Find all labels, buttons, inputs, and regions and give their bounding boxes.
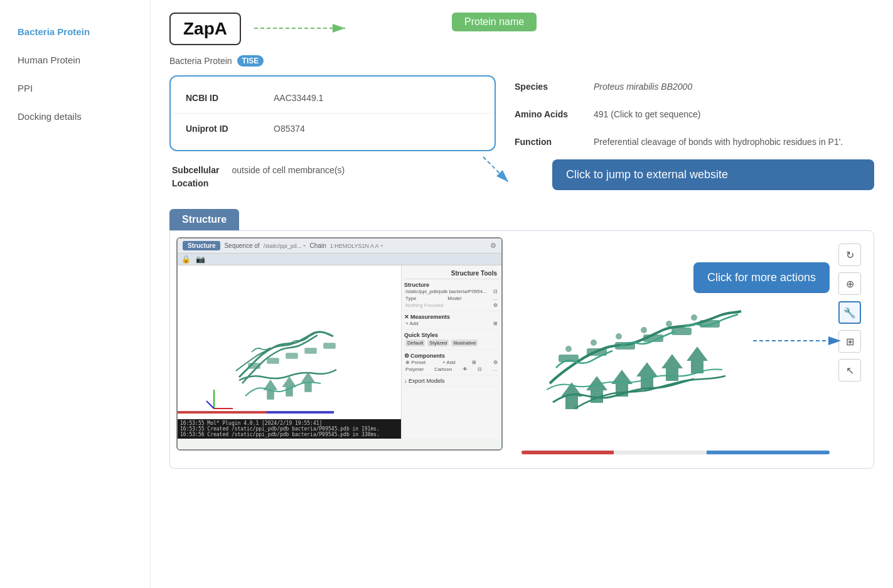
sv-type-more[interactable]: … xyxy=(493,296,498,301)
sv-components-section: ⚙ Components ⊕ Preset + Add ⊞ ⚙ xyxy=(404,353,499,375)
sv-preset-icon[interactable]: ⊞ xyxy=(472,360,476,365)
sv-toolbar-icon2[interactable]: 📷 xyxy=(196,255,205,264)
subcellular-label: Subcellular Location xyxy=(172,164,219,190)
sv-right-panel: Structure Tools Structure /static/ppi_pd… xyxy=(401,265,501,439)
sv-quick-styles-section: Quick Styles Default Stylized Illustrati… xyxy=(404,332,499,350)
sv-stylized-btn[interactable]: Stylized xyxy=(427,339,449,346)
sidebar-item-human-protein[interactable]: Human Protein xyxy=(13,47,137,73)
sv-measurements-section: ✕ Measurements + Add ⊞ xyxy=(404,314,499,329)
sv-settings-icon[interactable]: ⚙ xyxy=(490,242,496,250)
amino-acids-row[interactable]: Amino Acids 491 (Click to get sequence) xyxy=(515,109,874,119)
globe-icon: ⊕ xyxy=(846,278,854,290)
sidebar-item-ppi[interactable]: PPI xyxy=(13,75,137,101)
sv-measurements-title: ✕ Measurements xyxy=(404,314,499,320)
sv-hemolysis: 1:HEMOLYS1N A A ÷ xyxy=(330,243,383,249)
bottom-bar xyxy=(521,446,830,459)
function-row: Function Preferential cleavage of bonds … xyxy=(515,137,874,147)
sv-styles-row: Default Stylized Illustrative xyxy=(404,338,499,348)
tise-badge: TISE xyxy=(237,55,264,67)
sv-copy2-icon[interactable]: ⊡ xyxy=(478,366,482,372)
sv-preset-row: ⊕ Preset + Add ⊞ ⚙ xyxy=(404,359,499,366)
svg-point-35 xyxy=(692,315,697,320)
main-content: ZapA Bacteria Protein TISE Protein name … xyxy=(151,0,893,588)
sv-log: 16:53:55 Mol* Plugin 4.0.1 [2024/2/19 19… xyxy=(178,419,401,439)
sv-path: /static/ppi_pd... ÷ xyxy=(264,243,306,249)
subcellular-value: outside of cell membrance(s) xyxy=(232,164,345,175)
sv-log3: 16:53:56 Created /static/ppi_pdb/pdb bac… xyxy=(180,432,398,437)
grid-icon: ⊞ xyxy=(846,336,854,348)
sv-structure-path: /static/ppi_pdb/pdb bacteria/P0954... ⊡ xyxy=(404,288,499,295)
subcellular-section: Subcellular Location outside of cell mem… xyxy=(172,164,496,190)
uniprot-id-label: Uniprot ID xyxy=(186,124,274,134)
sidebar: Bacteria Protein Human Protein PPI Docki… xyxy=(0,0,151,588)
sv-log2: 16:53:55 Created /static/ppi_pdb/pdb bac… xyxy=(180,426,398,432)
sv-polymer-row: Polymer Cartoon 👁 ⊡ … xyxy=(404,366,499,373)
info-section: NCBI ID AAC33449.1 Uniprot ID O85374 Sub… xyxy=(169,75,874,190)
sv-toolbar-icon1[interactable]: 🔒 xyxy=(181,255,191,264)
sv-left: 16:53:55 Mol* Plugin 4.0.1 [2024/2/19 19… xyxy=(178,265,401,439)
info-card: NCBI ID AAC33449.1 Uniprot ID O85374 xyxy=(169,75,496,151)
structure-screenshot: Structure Sequence of /static/ppi_pd... … xyxy=(176,237,503,451)
external-website-tooltip-text: Click to jump to external website xyxy=(552,159,874,190)
sv-more-icon[interactable]: … xyxy=(493,366,498,372)
sv-progress-blue xyxy=(267,411,334,414)
refresh-icon: ↻ xyxy=(846,249,854,261)
action-icons-column: ↻ ⊕ 🔧 ⊞ ↖ xyxy=(838,243,861,382)
external-website-tooltip[interactable]: Click to jump to external website xyxy=(552,159,874,190)
cursor-icon: ↖ xyxy=(846,365,854,377)
cursor-btn[interactable]: ↖ xyxy=(838,359,861,382)
protein-subtitle: Bacteria Protein TISE xyxy=(169,55,266,67)
sv-header: Structure Sequence of /static/ppi_pd... … xyxy=(178,238,501,254)
tool-btn[interactable]: 🔧 xyxy=(838,301,861,324)
sv-add-icon[interactable]: ⊞ xyxy=(493,321,498,326)
structure-viewer-inner: Structure Sequence of /static/ppi_pd... … xyxy=(178,238,501,449)
sidebar-item-bacteria-protein[interactable]: Bacteria Protein xyxy=(13,19,137,45)
function-value: Preferential cleavage of bonds with hydr… xyxy=(594,137,874,147)
structure-tab[interactable]: Structure xyxy=(169,209,239,230)
protein-name: ZapA xyxy=(169,13,241,45)
svg-point-33 xyxy=(641,328,646,333)
function-label: Function xyxy=(515,137,584,147)
structure-content: Structure Sequence of /static/ppi_pd... … xyxy=(169,230,874,469)
structure-right-panel: ↻ ⊕ 🔧 ⊞ ↖ xyxy=(509,237,867,462)
tool-icon: 🔧 xyxy=(843,307,856,319)
svg-point-30 xyxy=(566,346,571,351)
protein-name-annotation: Protein name xyxy=(402,16,537,31)
sidebar-item-docking-details[interactable]: Docking details xyxy=(13,104,137,129)
amino-acids-value: 491 (Click to get sequence) xyxy=(594,109,874,119)
sv-add-row[interactable]: + Add ⊞ xyxy=(404,320,499,327)
svg-point-32 xyxy=(616,334,621,339)
sv-export-section[interactable]: ↓ Export Models xyxy=(404,378,499,387)
main-protein-svg xyxy=(525,258,757,418)
sv-main: 16:53:55 Mol* Plugin 4.0.1 [2024/2/19 19… xyxy=(178,265,501,439)
svg-rect-14 xyxy=(324,343,335,348)
sv-structure-copy-icon[interactable]: ⊡ xyxy=(493,289,498,294)
sv-tools-title: Structure Tools xyxy=(404,268,499,279)
sv-settings2-icon[interactable]: ⚙ xyxy=(493,302,498,308)
progress-bar xyxy=(521,451,830,454)
globe-btn[interactable]: ⊕ xyxy=(838,272,861,295)
ncbi-id-label: NCBI ID xyxy=(186,93,274,103)
main-protein-3d xyxy=(521,256,760,419)
sv-default-btn[interactable]: Default xyxy=(405,339,425,346)
sv-eye-icon[interactable]: 👁 xyxy=(463,366,468,372)
sv-preset-settings[interactable]: ⚙ xyxy=(493,360,498,365)
protein-header: ZapA Bacteria Protein TISE Protein name xyxy=(169,13,874,67)
refresh-btn[interactable]: ↻ xyxy=(838,243,861,266)
svg-rect-11 xyxy=(267,358,279,363)
ncbi-id-row: NCBI ID AAC33449.1 xyxy=(171,83,495,113)
sv-type-row: Type Model … xyxy=(404,295,499,302)
protein-name-label: Protein name xyxy=(452,13,537,31)
sv-log1: 16:53:55 Mol* Plugin 4.0.1 [2024/2/19 19… xyxy=(180,420,398,426)
grid-btn[interactable]: ⊞ xyxy=(838,330,861,353)
info-left-column: NCBI ID AAC33449.1 Uniprot ID O85374 Sub… xyxy=(169,75,496,190)
sv-header-label: Structure xyxy=(183,241,220,250)
svg-marker-23 xyxy=(688,348,707,373)
sv-illustrative-btn[interactable]: Illustrative xyxy=(451,339,478,346)
sv-quick-styles-title: Quick Styles xyxy=(404,332,499,338)
info-right-column: Species Proteus mirabilis BB2000 Amino A… xyxy=(515,75,874,190)
species-value: Proteus mirabilis BB2000 xyxy=(594,82,874,92)
svg-line-17 xyxy=(206,401,214,409)
svg-rect-13 xyxy=(305,348,316,353)
sv-focused-row: Nothing Focused ⚙ xyxy=(404,302,499,309)
